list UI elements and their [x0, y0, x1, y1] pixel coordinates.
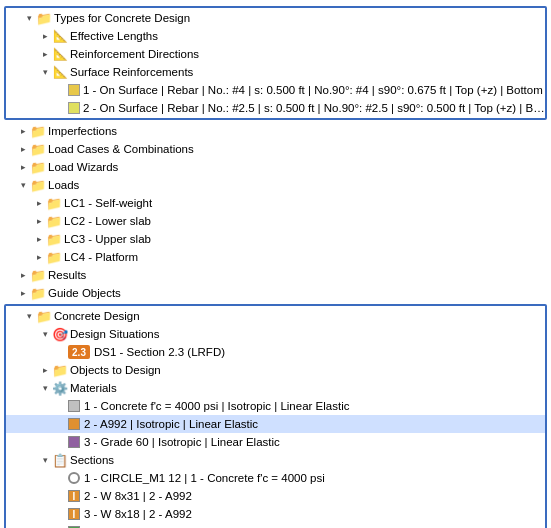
- lc4-folder-icon: 📁: [46, 249, 62, 265]
- reinf-dir-item[interactable]: 📐 Reinforcement Directions: [6, 45, 545, 63]
- types-folder-icon: 📁: [36, 10, 52, 26]
- mat2-label: 2 - A992 | Isotropic | Linear Elastic: [84, 418, 545, 430]
- guide-obj-item[interactable]: 📁 Guide Objects: [0, 284, 551, 302]
- imperfections-label: Imperfections: [48, 125, 551, 137]
- mat1-swatch: [68, 400, 80, 412]
- sections-icon: 📋: [52, 452, 68, 468]
- eff-toggle[interactable]: [38, 29, 52, 43]
- reinf-dir-toggle[interactable]: [38, 47, 52, 61]
- sec2-ibeam-icon: I: [68, 490, 80, 502]
- materials-label: Materials: [70, 382, 545, 394]
- sec1-label: 1 - CIRCLE_M1 12 | 1 - Concrete f'c = 40…: [84, 472, 545, 484]
- lc1-toggle[interactable]: [32, 196, 46, 210]
- obj-design-toggle[interactable]: [38, 363, 52, 377]
- materials-item[interactable]: ⚙️ Materials: [6, 379, 545, 397]
- design-sit-item[interactable]: 🎯 Design Situations: [6, 325, 545, 343]
- surf-1-swatch: [68, 84, 80, 96]
- concrete-folder-icon: 📁: [36, 308, 52, 324]
- surf-2-label: 2 - On Surface | Rebar | No.: #2.5 | s: …: [83, 102, 545, 114]
- lc3-label: LC3 - Upper slab: [64, 233, 551, 245]
- mat3-item[interactable]: 3 - Grade 60 | Isotropic | Linear Elasti…: [6, 433, 545, 451]
- load-wizards-label: Load Wizards: [48, 161, 551, 173]
- surf-2-item[interactable]: 2 - On Surface | Rebar | No.: #2.5 | s: …: [6, 99, 545, 117]
- types-section-box: 📁 Types for Concrete Design 📐 Effective …: [4, 6, 547, 120]
- eff-lengths-item[interactable]: 📐 Effective Lengths: [6, 27, 545, 45]
- mat2-swatch: [68, 418, 80, 430]
- mat1-item[interactable]: 1 - Concrete f'c = 4000 psi | Isotropic …: [6, 397, 545, 415]
- mat1-label: 1 - Concrete f'c = 4000 psi | Isotropic …: [84, 400, 545, 412]
- concrete-design-item[interactable]: 📁 Concrete Design: [6, 307, 545, 325]
- surf-reinf-item[interactable]: 📐 Surface Reinforcements: [6, 63, 545, 81]
- guide-obj-folder-icon: 📁: [30, 285, 46, 301]
- eff-icon: 📐: [52, 28, 68, 44]
- sec2-item[interactable]: I 2 - W 8x31 | 2 - A992: [6, 487, 545, 505]
- types-root-item[interactable]: 📁 Types for Concrete Design: [6, 9, 545, 27]
- sec3-item[interactable]: I 3 - W 8x18 | 2 - A992: [6, 505, 545, 523]
- sec3-ibeam-icon: I: [68, 508, 80, 520]
- surf-reinf-toggle[interactable]: [38, 65, 52, 79]
- materials-toggle[interactable]: [38, 381, 52, 395]
- design-sit-icon: 🎯: [52, 326, 68, 342]
- types-label: Types for Concrete Design: [54, 12, 545, 24]
- obj-design-folder-icon: 📁: [52, 362, 68, 378]
- guide-obj-toggle[interactable]: [16, 286, 30, 300]
- sections-label: Sections: [70, 454, 545, 466]
- concrete-toggle[interactable]: [22, 309, 36, 323]
- results-item[interactable]: 📁 Results: [0, 266, 551, 284]
- load-cases-label: Load Cases & Combinations: [48, 143, 551, 155]
- lc1-item[interactable]: 📁 LC1 - Self-weight: [0, 194, 551, 212]
- imperfections-toggle[interactable]: [16, 124, 30, 138]
- lc4-label: LC4 - Platform: [64, 251, 551, 263]
- load-wizards-folder-icon: 📁: [30, 159, 46, 175]
- lc2-toggle[interactable]: [32, 214, 46, 228]
- ds1-item[interactable]: 2.3 DS1 - Section 2.3 (LRFD): [6, 343, 545, 361]
- loads-toggle[interactable]: [16, 178, 30, 192]
- loads-label: Loads: [48, 179, 551, 191]
- surf-reinf-label: Surface Reinforcements: [70, 66, 545, 78]
- loads-item[interactable]: 📁 Loads: [0, 176, 551, 194]
- design-sit-toggle[interactable]: [38, 327, 52, 341]
- sec1-item[interactable]: 1 - CIRCLE_M1 12 | 1 - Concrete f'c = 40…: [6, 469, 545, 487]
- obj-design-label: Objects to Design: [70, 364, 545, 376]
- surf-reinf-icon: 📐: [52, 64, 68, 80]
- design-sit-label: Design Situations: [70, 328, 545, 340]
- lc3-folder-icon: 📁: [46, 231, 62, 247]
- reinf-dir-icon: 📐: [52, 46, 68, 62]
- imperfections-item[interactable]: 📁 Imperfections: [0, 122, 551, 140]
- load-cases-item[interactable]: 📁 Load Cases & Combinations: [0, 140, 551, 158]
- ds1-label: DS1 - Section 2.3 (LRFD): [94, 346, 545, 358]
- materials-icon: ⚙️: [52, 380, 68, 396]
- reinf-dir-label: Reinforcement Directions: [70, 48, 545, 60]
- mat2-item[interactable]: 2 - A992 | Isotropic | Linear Elastic: [6, 415, 545, 433]
- load-wizards-toggle[interactable]: [16, 160, 30, 174]
- imperfections-folder-icon: 📁: [30, 123, 46, 139]
- lc3-toggle[interactable]: [32, 232, 46, 246]
- surf-1-item[interactable]: 1 - On Surface | Rebar | No.: #4 | s: 0.…: [6, 81, 545, 99]
- lc1-folder-icon: 📁: [46, 195, 62, 211]
- lc1-label: LC1 - Self-weight: [64, 197, 551, 209]
- lc2-item[interactable]: 📁 LC2 - Lower slab: [0, 212, 551, 230]
- load-cases-folder-icon: 📁: [30, 141, 46, 157]
- sections-node-item[interactable]: 📋 Sections: [6, 451, 545, 469]
- concrete-section-box: 📁 Concrete Design 🎯 Design Situations 2.…: [4, 304, 547, 528]
- lc4-toggle[interactable]: [32, 250, 46, 264]
- lc4-item[interactable]: 📁 LC4 - Platform: [0, 248, 551, 266]
- loads-folder-icon: 📁: [30, 177, 46, 193]
- ds1-badge: 2.3: [68, 345, 90, 359]
- load-wizards-item[interactable]: 📁 Load Wizards: [0, 158, 551, 176]
- middle-section: 📁 Imperfections 📁 Load Cases & Combinati…: [0, 122, 551, 302]
- sections-toggle[interactable]: [38, 453, 52, 467]
- lc2-folder-icon: 📁: [46, 213, 62, 229]
- lc2-label: LC2 - Lower slab: [64, 215, 551, 227]
- load-cases-toggle[interactable]: [16, 142, 30, 156]
- results-toggle[interactable]: [16, 268, 30, 282]
- mat3-label: 3 - Grade 60 | Isotropic | Linear Elasti…: [84, 436, 545, 448]
- lc3-item[interactable]: 📁 LC3 - Upper slab: [0, 230, 551, 248]
- sec4-item[interactable]: 4 - R_M1 12/16 | 1 - Concrete f'c = 4000…: [6, 523, 545, 528]
- results-folder-icon: 📁: [30, 267, 46, 283]
- obj-design-item[interactable]: 📁 Objects to Design: [6, 361, 545, 379]
- sec1-circle-icon: [68, 472, 80, 484]
- sec2-label: 2 - W 8x31 | 2 - A992: [84, 490, 545, 502]
- tree-container: 📁 Types for Concrete Design 📐 Effective …: [0, 0, 551, 528]
- types-toggle[interactable]: [22, 11, 36, 25]
